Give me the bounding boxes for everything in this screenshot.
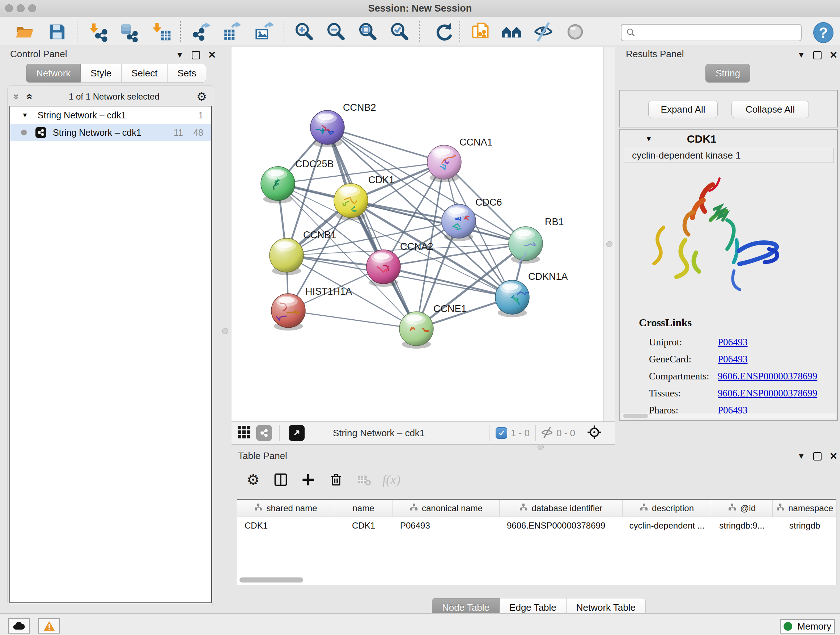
- expand-all-networks-icon[interactable]: »: [11, 94, 22, 100]
- warnings-button[interactable]: [38, 618, 60, 633]
- network-row-selected[interactable]: String Network – cdk1 11 48: [10, 124, 211, 141]
- update-network-button[interactable]: [433, 20, 456, 43]
- table-scrollbar-thumb[interactable]: [240, 578, 303, 583]
- help-button[interactable]: ?: [813, 22, 834, 43]
- panel-float-icon[interactable]: [813, 452, 821, 461]
- grid-view-icon[interactable]: [237, 425, 251, 440]
- node-label-cdc6: CDC6: [475, 197, 502, 208]
- table-scrollbar[interactable]: [239, 577, 834, 583]
- tab-sets[interactable]: Sets: [167, 64, 206, 82]
- fit-selected-crosshair-icon[interactable]: [587, 424, 602, 441]
- node-gloss: [277, 241, 293, 248]
- import-network-file-button[interactable]: [87, 20, 110, 43]
- node-label-cdc25b: CDC25B: [295, 158, 334, 169]
- toolbar-separator: [77, 21, 77, 42]
- toolbar-separator: [489, 424, 489, 441]
- column-header-name[interactable]: name: [334, 500, 393, 516]
- zoom-out-button[interactable]: [324, 20, 347, 43]
- tab-string[interactable]: String: [706, 64, 750, 82]
- import-table-button[interactable]: [150, 20, 174, 43]
- results-scrollbar[interactable]: [622, 413, 836, 418]
- export-table-button[interactable]: [221, 20, 244, 43]
- column-header-database-identifier[interactable]: database identifier: [500, 500, 622, 516]
- right-splitter-handle[interactable]: [606, 241, 613, 247]
- save-session-button[interactable]: [46, 20, 69, 43]
- export-image-button[interactable]: [253, 20, 276, 43]
- crosslink-value-link[interactable]: P06493: [718, 337, 748, 348]
- panel-close-icon[interactable]: ✕: [208, 49, 216, 61]
- network-options-gear-icon[interactable]: ⚙: [196, 91, 207, 103]
- column-header-label: database identifier: [531, 503, 602, 513]
- network-view-toolbar: String Network – cdk1 1 - 0 0 - 0: [232, 421, 615, 445]
- create-column-button[interactable]: [297, 469, 320, 490]
- section-expander-icon[interactable]: ▼: [645, 135, 652, 143]
- toolbar-separator: [535, 424, 536, 441]
- column-header--id[interactable]: @id: [711, 500, 773, 516]
- open-folder-icon: [14, 22, 35, 42]
- panel-float-icon[interactable]: [192, 51, 200, 59]
- collapse-all-networks-icon[interactable]: »: [23, 94, 34, 100]
- show-all-networks-button[interactable]: [500, 20, 523, 43]
- tree-expander-icon[interactable]: ▼: [22, 111, 28, 119]
- crosslink-label: Uniprot:: [639, 337, 718, 348]
- left-splitter-handle[interactable]: [222, 328, 228, 334]
- panel-collapse-icon[interactable]: ▼: [797, 451, 805, 461]
- column-header-description[interactable]: description: [622, 500, 711, 516]
- search-input[interactable]: [636, 25, 801, 40]
- table-options-button[interactable]: ⚙: [242, 469, 265, 490]
- search-field[interactable]: [621, 24, 802, 41]
- memory-button[interactable]: Memory: [780, 619, 835, 633]
- network-edge[interactable]: [327, 127, 444, 162]
- network-edge[interactable]: [288, 310, 416, 329]
- zoom-selected-button[interactable]: [388, 20, 411, 43]
- birds-eye-view-icon[interactable]: [289, 425, 305, 441]
- zoom-fit-button[interactable]: [356, 20, 379, 43]
- tab-select[interactable]: Select: [122, 64, 167, 82]
- table-cell: cyclin-dependent ...: [622, 521, 711, 531]
- horizontal-splitter-handle[interactable]: [538, 444, 544, 450]
- cloud-status-button[interactable]: [8, 618, 30, 633]
- export-network-button[interactable]: [189, 20, 213, 43]
- panel-close-icon[interactable]: ✕: [829, 450, 838, 462]
- collapse-all-button[interactable]: Collapse All: [731, 101, 809, 118]
- application-window: Session: New Session ? Control Panel: [0, 0, 840, 635]
- network-thumbnail-icon[interactable]: [256, 425, 272, 441]
- crosslink-value-link[interactable]: 9606.ENSP00000378699: [718, 371, 817, 382]
- collection-name: String Network – cdk1: [38, 110, 126, 120]
- tab-network[interactable]: Network: [26, 64, 81, 82]
- gear-icon: ⚙: [247, 472, 260, 487]
- network-tree: ▼ String Network – cdk1 1 String Network…: [9, 106, 212, 603]
- delete-column-button[interactable]: [325, 469, 347, 490]
- column-header-namespace[interactable]: namespace: [773, 500, 836, 516]
- column-header-shared-name[interactable]: shared name: [237, 500, 334, 516]
- table-row[interactable]: CDK1CDK1P064939606.ENSP00000378699cyclin…: [237, 517, 836, 534]
- protein-section-header[interactable]: ▼ CDK1: [622, 131, 836, 147]
- panel-float-icon[interactable]: [813, 51, 821, 59]
- graphics-details-button[interactable]: [532, 20, 555, 43]
- zoom-in-button[interactable]: [292, 20, 316, 43]
- import-network-database-button[interactable]: [118, 20, 141, 43]
- network-edge[interactable]: [384, 267, 512, 297]
- table-cell: CDK1: [334, 521, 393, 531]
- open-session-button[interactable]: [13, 20, 36, 43]
- network-edge[interactable]: [327, 127, 416, 329]
- tree-column-icon: [409, 503, 418, 514]
- crosslink-value-link[interactable]: P06493: [718, 354, 748, 364]
- expand-all-button[interactable]: Expand All: [648, 101, 718, 118]
- panel-collapse-icon[interactable]: ▼: [797, 50, 805, 60]
- network-view[interactable]: CCNB2CCNA1CDC25BCDK1CDC6RB1CCNB1CCNA2CDK…: [232, 47, 603, 421]
- zoom-out-icon: [325, 22, 346, 42]
- node-gloss: [279, 297, 294, 303]
- results-scrollbar-thumb[interactable]: [623, 414, 648, 418]
- network-canvas[interactable]: CCNB2CCNA1CDC25BCDK1CDC6RB1CCNB1CCNA2CDK…: [232, 47, 603, 421]
- apply-style-button[interactable]: [470, 20, 493, 43]
- selected-checkbox-icon[interactable]: [496, 427, 507, 439]
- network-collection-row[interactable]: ▼ String Network – cdk1 1: [10, 106, 211, 124]
- tab-style[interactable]: Style: [81, 64, 122, 82]
- main-toolbar: ?: [0, 17, 840, 46]
- show-columns-button[interactable]: [269, 469, 292, 490]
- column-header-canonical-name[interactable]: canonical name: [393, 500, 500, 516]
- crosslink-value-link[interactable]: 9606.ENSP00000378699: [718, 388, 817, 399]
- panel-close-icon[interactable]: ✕: [829, 49, 838, 61]
- panel-collapse-icon[interactable]: ▼: [176, 50, 184, 60]
